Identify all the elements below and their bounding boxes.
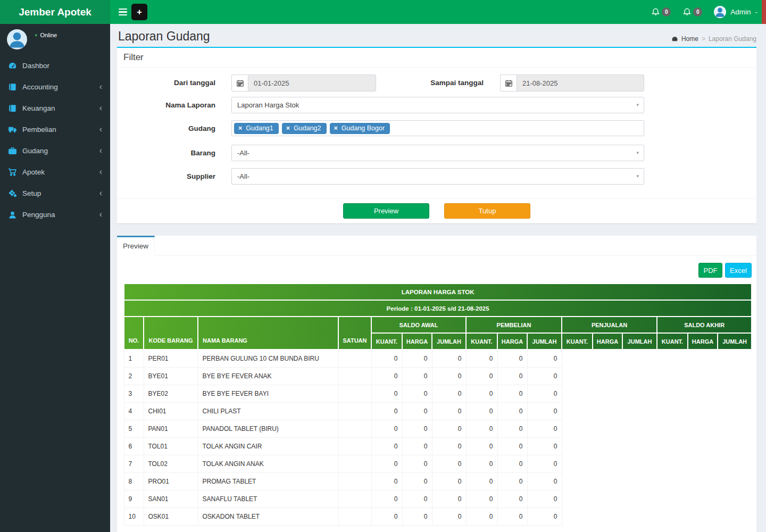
gears-icon <box>8 189 17 198</box>
group-header-penjualan: PENJUALAN <box>562 317 657 333</box>
supplier-select[interactable]: -All- ▾ <box>231 168 644 185</box>
truck-icon <box>8 125 17 134</box>
sidebar-item-label: Gudang <box>22 147 48 155</box>
chevron-left-icon: ‹ <box>99 146 102 155</box>
table-row: 7TOL02TOLAK ANGIN ANAK 000 000 <box>124 455 752 472</box>
user-menu[interactable]: Admin - <box>714 6 757 18</box>
sub-header-jumlah: JUMLAH <box>432 333 466 350</box>
dashboard-icon <box>671 36 678 43</box>
table-row: 10OSK01OSKADON TABLET 000 000 <box>124 508 752 525</box>
quick-add-button[interactable]: + <box>131 4 147 20</box>
notification-badge: 0 <box>662 7 671 16</box>
barang-value: -All- <box>237 149 249 157</box>
chevron-left-icon: ‹ <box>99 168 102 176</box>
remove-icon[interactable]: × <box>238 124 242 132</box>
table-row: 1PER01PERBAN GULUNG 10 CM BUNDA BIRU 000… <box>124 350 752 367</box>
dari-tanggal-label: Dari tanggal <box>117 74 215 92</box>
supplier-value: -All- <box>237 172 249 180</box>
filter-box: Filter Dari tanggal Sampai tanggal Nama … <box>117 47 756 223</box>
page-scrollbar[interactable] <box>762 0 766 24</box>
sidebar-item-label: Apotek <box>22 168 45 176</box>
calendar-icon <box>231 74 248 92</box>
table-row: 4CHI01CHILI PLAST 000 000 <box>124 402 752 420</box>
tab-preview[interactable]: Preview <box>117 236 155 256</box>
sidebar-item-pembelian[interactable]: Pembelian ‹ <box>0 119 110 140</box>
report-periode: Periode : 01-01-2025 s/d 21-08-2025 <box>124 300 752 317</box>
sidebar-item-accounting[interactable]: Accounting ‹ <box>0 76 110 97</box>
breadcrumb-home[interactable]: Home <box>681 35 698 43</box>
user-icon <box>8 210 17 219</box>
excel-button[interactable]: Excel <box>725 263 752 278</box>
gudang-label: Gudang <box>117 120 215 137</box>
nama-laporan-select[interactable]: Laporan Harga Stok ▾ <box>231 97 644 113</box>
col-header-nama: NAMA BARANG <box>198 317 338 350</box>
book-icon <box>8 82 17 92</box>
sidebar-user-panel: ● Online <box>0 24 110 56</box>
remove-icon[interactable]: × <box>334 124 338 132</box>
sidebar-item-label: Pengguna <box>22 211 55 219</box>
sidebar-item-apotek[interactable]: Apotek ‹ <box>0 161 110 182</box>
nama-laporan-label: Nama Laporan <box>117 97 215 114</box>
chevron-left-icon: ‹ <box>99 210 102 219</box>
gudang-tag[interactable]: × Gudang2 <box>282 123 327 134</box>
gudang-tag[interactable]: × Gudang Bogor <box>330 123 390 134</box>
caret-icon: ▾ <box>636 97 639 113</box>
notifications-menu-1[interactable]: 0 <box>651 7 671 16</box>
page-title: Laporan Gudang <box>118 29 210 44</box>
col-header-kode: KODE BARANG <box>144 317 198 350</box>
sidebar-item-keuangan[interactable]: Keuangan ‹ <box>0 97 110 119</box>
book-icon <box>8 104 17 113</box>
sidebar-item-label: Accounting <box>22 83 58 91</box>
sidebar-toggle-button[interactable] <box>115 5 130 19</box>
sidebar-item-pengguna[interactable]: Pengguna ‹ <box>0 204 110 225</box>
sub-header-kuant: KUANT. <box>371 333 402 350</box>
caret-icon: - <box>755 8 758 16</box>
dari-tanggal-input[interactable] <box>248 74 376 92</box>
cart-icon <box>8 168 17 177</box>
table-row: 8PRO01PROMAG TABLET 000 000 <box>124 472 752 490</box>
gudang-multiselect[interactable]: × Gudang1 × Gudang2 × Gudang Bogor <box>231 120 644 136</box>
table-row: 3BYE02BYE BYE FEVER BAYI 000 000 <box>124 385 752 402</box>
sidebar-item-label: Pembelian <box>22 126 56 134</box>
sub-header-harga: HARGA <box>593 333 622 350</box>
barang-select[interactable]: -All- ▾ <box>231 145 644 161</box>
sub-header-harga: HARGA <box>402 333 432 350</box>
online-status: ● Online <box>35 32 57 38</box>
sub-header-jumlah: JUMLAH <box>622 333 657 350</box>
tab-strip: Preview <box>117 236 756 256</box>
remove-icon[interactable]: × <box>286 124 290 132</box>
sub-header-harga: HARGA <box>497 333 527 350</box>
top-navbar: + 0 0 Admin - <box>110 0 766 24</box>
sidebar-item-dashbor[interactable]: Dashbor <box>0 55 110 76</box>
table-row: 5PAN01PANADOL TABLET (BIRU) 000 000 <box>124 420 752 437</box>
gudang-tag-label: Gudang2 <box>294 124 321 132</box>
preview-box: Preview PDF Excel LAPORAN HARGA STOK Per… <box>117 236 756 532</box>
gudang-tag-label: Gudang1 <box>246 124 273 132</box>
avatar <box>714 6 726 18</box>
brand-logo[interactable]: Jember Apotek <box>0 0 110 24</box>
caret-icon: ▾ <box>636 169 639 184</box>
sub-header-harga: HARGA <box>688 333 718 350</box>
col-header-no: NO. <box>124 317 144 350</box>
chevron-left-icon: ‹ <box>99 189 102 197</box>
filter-footer: Preview Tutup <box>117 198 756 223</box>
sidebar: ● Online Dashbor Accounting ‹ Keuangan ‹… <box>0 24 110 532</box>
user-name: Admin <box>730 8 751 16</box>
laporan-harga-stok-table: LAPORAN HARGA STOK Periode : 01-01-2025 … <box>123 283 752 526</box>
sub-header-kuant: KUANT. <box>562 333 593 350</box>
sidebar-item-gudang[interactable]: Gudang ‹ <box>0 140 110 161</box>
sidebar-menu: Dashbor Accounting ‹ Keuangan ‹ Pembelia… <box>0 55 110 225</box>
notifications-menu-2[interactable]: 0 <box>682 7 702 16</box>
preview-button[interactable]: Preview <box>343 203 429 219</box>
sidebar-item-label: Setup <box>22 189 41 197</box>
supplier-label: Supplier <box>117 168 215 185</box>
calendar-icon <box>500 74 517 92</box>
pdf-button[interactable]: PDF <box>698 263 722 278</box>
sub-header-jumlah: JUMLAH <box>527 333 562 350</box>
tutup-button[interactable]: Tutup <box>444 203 530 219</box>
sampai-tanggal-input[interactable] <box>517 74 644 92</box>
nama-laporan-value: Laporan Harga Stok <box>237 101 299 109</box>
sidebar-item-label: Keuangan <box>22 104 55 112</box>
sidebar-item-setup[interactable]: Setup ‹ <box>0 182 110 204</box>
gudang-tag[interactable]: × Gudang1 <box>234 123 279 134</box>
